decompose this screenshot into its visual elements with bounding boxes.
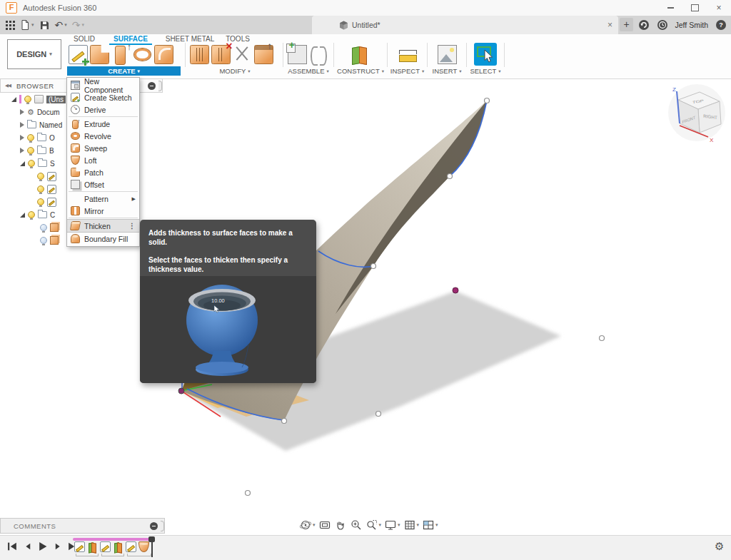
- tab-sheet-metal[interactable]: SHEET METAL: [163, 35, 217, 44]
- timeline-settings-gear-icon[interactable]: ⚙: [715, 541, 724, 551]
- measure-icon[interactable]: [398, 45, 418, 64]
- collapse-icon[interactable]: [20, 135, 24, 141]
- tree-item-sketch[interactable]: [37, 170, 56, 183]
- joint-icon[interactable]: [309, 45, 328, 64]
- timeline-plane-feature[interactable]: [87, 541, 98, 552]
- close-button[interactable]: ×: [707, 0, 731, 16]
- tree-item-document-settings[interactable]: ⚙ Docum: [20, 106, 60, 118]
- visibility-bulb-icon[interactable]: [27, 134, 34, 141]
- sketch-point-selected[interactable]: [453, 287, 458, 293]
- menu-item-loft[interactable]: Loft: [67, 154, 139, 166]
- construct-group-dropdown[interactable]: CONSTRUCT ▾: [334, 66, 387, 76]
- menu-item-offset[interactable]: Offset: [67, 178, 139, 190]
- workspace-selector[interactable]: DESIGN ▾: [7, 39, 61, 69]
- tree-item-construction[interactable]: C: [20, 208, 55, 221]
- collapse-icon[interactable]: [20, 109, 24, 115]
- timeline-plane-feature[interactable]: [113, 541, 123, 552]
- timeline-sketch-feature[interactable]: [74, 541, 85, 552]
- expand-icon[interactable]: [20, 161, 25, 166]
- extrude-icon[interactable]: [111, 45, 131, 64]
- orbit-button[interactable]: ▾: [298, 518, 316, 532]
- tree-item-surface-body[interactable]: [40, 221, 59, 234]
- revolve-icon[interactable]: [133, 45, 152, 64]
- user-name[interactable]: Jeff Smith: [675, 21, 709, 29]
- tab-close-button[interactable]: ×: [608, 20, 612, 30]
- new-component-icon[interactable]: [288, 45, 307, 64]
- save-button[interactable]: [39, 20, 50, 31]
- job-status-icon[interactable]: [638, 19, 650, 31]
- insert-group-dropdown[interactable]: INSERT ▾: [428, 66, 466, 76]
- tree-item-root[interactable]: (Uns: [11, 93, 66, 106]
- fit-button[interactable]: ▾: [365, 518, 383, 532]
- help-icon[interactable]: ?: [715, 19, 727, 31]
- browser-options-icon[interactable]: [148, 82, 156, 90]
- collapse-icon[interactable]: [20, 122, 24, 128]
- play-button[interactable]: [37, 541, 48, 551]
- comments-options-icon[interactable]: [150, 522, 158, 530]
- origin-point[interactable]: [178, 388, 184, 394]
- tree-item-named-views[interactable]: Named: [20, 118, 62, 131]
- create-group-dropdown[interactable]: CREATE ▾: [67, 66, 181, 76]
- file-menu-button[interactable]: ▾: [20, 19, 34, 31]
- browser-panel-handle[interactable]: [158, 81, 162, 91]
- sweep-icon[interactable]: [154, 45, 173, 64]
- grid-display-button[interactable]: ▾: [403, 518, 420, 532]
- minimize-button[interactable]: [658, 0, 682, 16]
- inspect-group-dropdown[interactable]: INSPECT ▾: [388, 66, 427, 76]
- select-group-dropdown[interactable]: SELECT ▾: [467, 66, 504, 76]
- timeline-sketch-feature[interactable]: [100, 541, 111, 552]
- patch-icon[interactable]: [90, 45, 109, 64]
- app-launcher-button[interactable]: [6, 21, 15, 30]
- browser-collapse-icon[interactable]: ◀◀: [5, 83, 11, 88]
- tree-item-sketch[interactable]: [37, 183, 56, 195]
- delete-face-icon[interactable]: [211, 45, 231, 64]
- visibility-bulb-off-icon[interactable]: [40, 237, 47, 244]
- pan-button[interactable]: [333, 518, 348, 532]
- comments-panel-header[interactable]: COMMENTS: [0, 518, 165, 534]
- create-sketch-icon[interactable]: [69, 45, 88, 64]
- comments-panel-handle[interactable]: [161, 521, 164, 531]
- modify-group-dropdown[interactable]: MODIFY ▾: [187, 66, 283, 76]
- trim-icon[interactable]: [233, 45, 252, 64]
- menu-item-derive[interactable]: Derive: [67, 103, 139, 116]
- notifications-clock-icon[interactable]: [657, 19, 668, 31]
- insert-image-icon[interactable]: [438, 45, 457, 64]
- menu-item-sweep[interactable]: Sweep: [67, 142, 139, 154]
- viewports-button[interactable]: ▾: [421, 518, 439, 532]
- look-at-button[interactable]: [318, 518, 332, 532]
- tree-item-origin[interactable]: O: [20, 131, 55, 144]
- press-pull-icon[interactable]: [190, 45, 209, 64]
- assemble-group-dropdown[interactable]: ASSEMBLE ▾: [283, 66, 333, 76]
- construction-plane-icon[interactable]: [350, 45, 369, 64]
- menu-item-extrude[interactable]: Extrude: [67, 118, 139, 130]
- display-settings-button[interactable]: ▾: [383, 518, 401, 532]
- visibility-bulb-icon[interactable]: [24, 96, 31, 103]
- visibility-bulb-icon[interactable]: [27, 147, 34, 154]
- step-back-button[interactable]: [22, 541, 33, 551]
- maximize-button[interactable]: [682, 0, 707, 16]
- menu-item-boundary-fill[interactable]: Boundary Fill: [67, 233, 139, 245]
- step-forward-button[interactable]: [52, 541, 63, 551]
- expand-icon[interactable]: [20, 213, 25, 218]
- menu-item-thicken[interactable]: Thicken ⋮: [67, 219, 139, 233]
- visibility-bulb-icon[interactable]: [28, 211, 35, 218]
- tree-item-bodies[interactable]: B: [20, 144, 54, 157]
- viewcube[interactable]: TOP FRONT RIGHT Z X: [662, 83, 731, 146]
- tree-item-sketch[interactable]: [37, 195, 56, 208]
- extend-icon[interactable]: [254, 45, 273, 64]
- redo-button[interactable]: ↷ ▾: [72, 20, 84, 30]
- timeline-patch-feature[interactable]: [138, 541, 149, 552]
- visibility-bulb-icon[interactable]: [37, 173, 44, 180]
- tree-item-surface-body[interactable]: [40, 234, 59, 247]
- undo-button[interactable]: ↶ ▾: [55, 20, 67, 30]
- tab-solid[interactable]: SOLID: [69, 35, 100, 44]
- menu-item-create-sketch[interactable]: Create Sketch: [67, 91, 139, 103]
- expand-icon[interactable]: [11, 97, 16, 102]
- menu-item-mirror[interactable]: Mirror: [67, 205, 139, 217]
- timeline-sketch-feature[interactable]: [126, 541, 136, 552]
- timeline-marker-handle[interactable]: [148, 536, 155, 542]
- go-to-start-button[interactable]: [7, 541, 18, 551]
- zoom-button[interactable]: [349, 518, 363, 532]
- document-tab[interactable]: Untitled* ×: [312, 16, 618, 34]
- visibility-bulb-icon[interactable]: [37, 198, 44, 205]
